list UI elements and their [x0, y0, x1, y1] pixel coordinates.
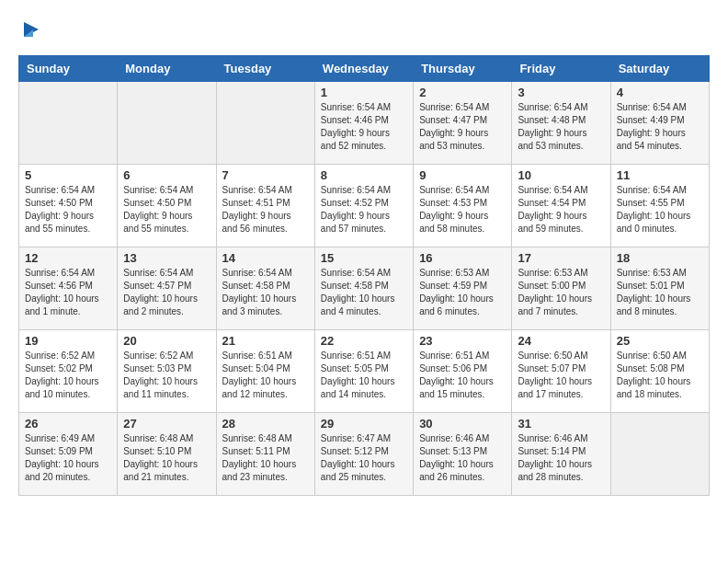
calendar-table: SundayMondayTuesdayWednesdayThursdayFrid…: [18, 55, 710, 496]
calendar-cell: 23Sunrise: 6:51 AM Sunset: 5:06 PM Dayli…: [414, 330, 512, 413]
calendar-cell: 31Sunrise: 6:46 AM Sunset: 5:14 PM Dayli…: [512, 413, 610, 496]
calendar-cell: 27Sunrise: 6:48 AM Sunset: 5:10 PM Dayli…: [118, 413, 216, 496]
day-info: Sunrise: 6:54 AM Sunset: 4:51 PM Dayligh…: [222, 184, 309, 236]
calendar-week-row: 19Sunrise: 6:52 AM Sunset: 5:02 PM Dayli…: [19, 330, 710, 413]
day-number: 31: [518, 417, 604, 431]
calendar-cell: 10Sunrise: 6:54 AM Sunset: 4:54 PM Dayli…: [512, 165, 610, 247]
calendar-cell: 30Sunrise: 6:46 AM Sunset: 5:13 PM Dayli…: [414, 413, 512, 496]
calendar-cell: 19Sunrise: 6:52 AM Sunset: 5:02 PM Dayli…: [19, 330, 118, 413]
weekday-header-sunday: Sunday: [19, 56, 118, 82]
calendar-header: SundayMondayTuesdayWednesdayThursdayFrid…: [19, 56, 710, 82]
day-number: 8: [321, 168, 407, 182]
calendar-cell: 21Sunrise: 6:51 AM Sunset: 5:04 PM Dayli…: [216, 330, 314, 413]
calendar-cell: 18Sunrise: 6:53 AM Sunset: 5:01 PM Dayli…: [610, 247, 709, 330]
day-info: Sunrise: 6:51 AM Sunset: 5:06 PM Dayligh…: [419, 350, 506, 401]
day-number: 5: [25, 168, 111, 182]
weekday-header-saturday: Saturday: [610, 56, 709, 82]
logo-icon: [20, 18, 42, 40]
day-info: Sunrise: 6:46 AM Sunset: 5:13 PM Dayligh…: [419, 432, 506, 484]
day-info: Sunrise: 6:52 AM Sunset: 5:02 PM Dayligh…: [25, 350, 111, 401]
calendar-cell: 2Sunrise: 6:54 AM Sunset: 4:47 PM Daylig…: [414, 82, 512, 165]
day-info: Sunrise: 6:49 AM Sunset: 5:09 PM Dayligh…: [25, 432, 111, 484]
day-number: 29: [321, 417, 407, 431]
day-number: 14: [222, 251, 309, 265]
calendar-cell: 11Sunrise: 6:54 AM Sunset: 4:55 PM Dayli…: [610, 165, 709, 247]
day-number: 1: [321, 86, 407, 99]
calendar-cell: 16Sunrise: 6:53 AM Sunset: 4:59 PM Dayli…: [414, 247, 512, 330]
calendar-cell: 29Sunrise: 6:47 AM Sunset: 5:12 PM Dayli…: [314, 413, 413, 496]
day-info: Sunrise: 6:48 AM Sunset: 5:10 PM Dayligh…: [123, 432, 210, 484]
day-info: Sunrise: 6:54 AM Sunset: 4:54 PM Dayligh…: [518, 184, 604, 236]
calendar-cell: [19, 82, 118, 165]
day-number: 4: [617, 86, 703, 99]
calendar-week-row: 26Sunrise: 6:49 AM Sunset: 5:09 PM Dayli…: [19, 413, 710, 496]
day-info: Sunrise: 6:54 AM Sunset: 4:53 PM Dayligh…: [419, 184, 506, 236]
calendar-cell: 20Sunrise: 6:52 AM Sunset: 5:03 PM Dayli…: [118, 330, 216, 413]
calendar-cell: 25Sunrise: 6:50 AM Sunset: 5:08 PM Dayli…: [610, 330, 709, 413]
day-info: Sunrise: 6:50 AM Sunset: 5:07 PM Dayligh…: [518, 350, 604, 401]
day-number: 20: [123, 334, 210, 348]
day-number: 16: [419, 251, 506, 265]
calendar-cell: [216, 82, 314, 165]
day-number: 2: [419, 86, 506, 99]
calendar-cell: 9Sunrise: 6:54 AM Sunset: 4:53 PM Daylig…: [414, 165, 512, 247]
calendar-cell: 15Sunrise: 6:54 AM Sunset: 4:58 PM Dayli…: [314, 247, 413, 330]
day-info: Sunrise: 6:46 AM Sunset: 5:14 PM Dayligh…: [518, 432, 604, 484]
day-number: 22: [321, 334, 407, 348]
weekday-header-friday: Friday: [512, 56, 610, 82]
day-info: Sunrise: 6:50 AM Sunset: 5:08 PM Dayligh…: [617, 350, 703, 401]
day-number: 13: [123, 251, 210, 265]
weekday-header-wednesday: Wednesday: [314, 56, 413, 82]
weekday-header-monday: Monday: [118, 56, 216, 82]
day-number: 12: [25, 251, 111, 265]
calendar-cell: 17Sunrise: 6:53 AM Sunset: 5:00 PM Dayli…: [512, 247, 610, 330]
day-number: 26: [25, 417, 111, 431]
calendar-cell: 14Sunrise: 6:54 AM Sunset: 4:58 PM Dayli…: [216, 247, 314, 330]
day-info: Sunrise: 6:53 AM Sunset: 5:00 PM Dayligh…: [518, 267, 604, 318]
day-number: 23: [419, 334, 506, 348]
day-info: Sunrise: 6:54 AM Sunset: 4:49 PM Dayligh…: [617, 101, 703, 153]
day-number: 6: [123, 168, 210, 182]
day-number: 18: [617, 251, 703, 265]
calendar-cell: 6Sunrise: 6:54 AM Sunset: 4:50 PM Daylig…: [118, 165, 216, 247]
calendar-cell: 13Sunrise: 6:54 AM Sunset: 4:57 PM Dayli…: [118, 247, 216, 330]
calendar-cell: 28Sunrise: 6:48 AM Sunset: 5:11 PM Dayli…: [216, 413, 314, 496]
calendar-week-row: 12Sunrise: 6:54 AM Sunset: 4:56 PM Dayli…: [19, 247, 710, 330]
logo: [18, 18, 42, 40]
day-info: Sunrise: 6:53 AM Sunset: 5:01 PM Dayligh…: [617, 267, 703, 318]
day-number: 27: [123, 417, 210, 431]
day-number: 30: [419, 417, 506, 431]
page-header: [18, 18, 710, 40]
weekday-header-tuesday: Tuesday: [216, 56, 314, 82]
day-number: 7: [222, 168, 309, 182]
day-info: Sunrise: 6:47 AM Sunset: 5:12 PM Dayligh…: [321, 432, 407, 484]
weekday-header-thursday: Thursday: [414, 56, 512, 82]
day-number: 25: [617, 334, 703, 348]
day-info: Sunrise: 6:52 AM Sunset: 5:03 PM Dayligh…: [123, 350, 210, 401]
day-number: 28: [222, 417, 309, 431]
day-info: Sunrise: 6:54 AM Sunset: 4:50 PM Dayligh…: [123, 184, 210, 236]
day-info: Sunrise: 6:53 AM Sunset: 4:59 PM Dayligh…: [419, 267, 506, 318]
calendar-week-row: 5Sunrise: 6:54 AM Sunset: 4:50 PM Daylig…: [19, 165, 710, 247]
calendar-cell: 5Sunrise: 6:54 AM Sunset: 4:50 PM Daylig…: [19, 165, 118, 247]
calendar-week-row: 1Sunrise: 6:54 AM Sunset: 4:46 PM Daylig…: [19, 82, 710, 165]
day-info: Sunrise: 6:54 AM Sunset: 4:58 PM Dayligh…: [222, 267, 309, 318]
calendar-body: 1Sunrise: 6:54 AM Sunset: 4:46 PM Daylig…: [19, 82, 710, 496]
day-info: Sunrise: 6:54 AM Sunset: 4:48 PM Dayligh…: [518, 101, 604, 153]
calendar-cell: [610, 413, 709, 496]
day-info: Sunrise: 6:54 AM Sunset: 4:52 PM Dayligh…: [321, 184, 407, 236]
day-number: 11: [617, 168, 703, 182]
calendar-cell: 24Sunrise: 6:50 AM Sunset: 5:07 PM Dayli…: [512, 330, 610, 413]
day-info: Sunrise: 6:54 AM Sunset: 4:56 PM Dayligh…: [25, 267, 111, 318]
calendar-cell: [118, 82, 216, 165]
calendar-cell: 8Sunrise: 6:54 AM Sunset: 4:52 PM Daylig…: [314, 165, 413, 247]
day-number: 9: [419, 168, 506, 182]
day-number: 15: [321, 251, 407, 265]
day-info: Sunrise: 6:54 AM Sunset: 4:57 PM Dayligh…: [123, 267, 210, 318]
weekday-header-row: SundayMondayTuesdayWednesdayThursdayFrid…: [19, 56, 710, 82]
calendar-cell: 26Sunrise: 6:49 AM Sunset: 5:09 PM Dayli…: [19, 413, 118, 496]
day-info: Sunrise: 6:51 AM Sunset: 5:04 PM Dayligh…: [222, 350, 309, 401]
calendar-cell: 3Sunrise: 6:54 AM Sunset: 4:48 PM Daylig…: [512, 82, 610, 165]
calendar-cell: 1Sunrise: 6:54 AM Sunset: 4:46 PM Daylig…: [314, 82, 413, 165]
day-number: 19: [25, 334, 111, 348]
